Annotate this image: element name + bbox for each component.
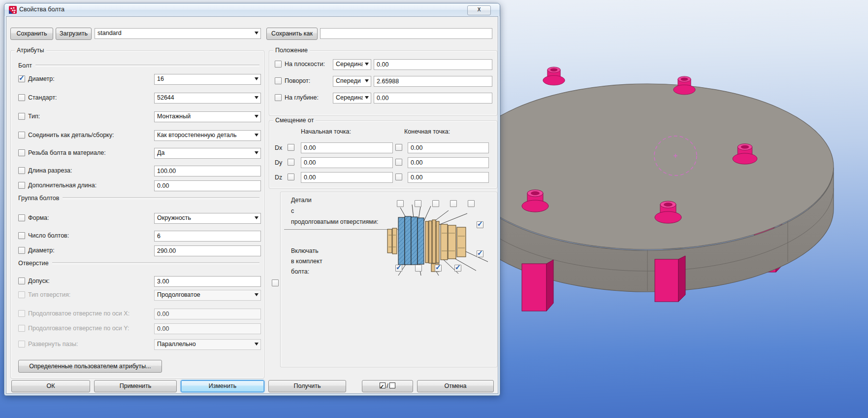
shape-checkbox[interactable]	[18, 214, 25, 221]
slotted-ply-3-checkbox[interactable]	[432, 200, 439, 207]
chevron-down-icon	[255, 115, 258, 118]
standard-checkbox[interactable]	[18, 94, 25, 101]
at-depth-select[interactable]: Середина	[333, 93, 371, 104]
rotate-slots-select[interactable]: Параллельно	[154, 339, 261, 350]
hole-type-checkbox[interactable]	[18, 291, 25, 298]
chevron-down-icon	[255, 134, 258, 137]
bolt-type-select[interactable]: Монтажный	[154, 111, 261, 122]
save-as-button[interactable]: Сохранить как	[266, 28, 318, 40]
assembly-left-checkbox[interactable]	[272, 279, 279, 286]
tolerance-checkbox[interactable]	[18, 278, 25, 284]
dy-start-checkbox[interactable]	[288, 159, 294, 166]
dy-end-input[interactable]	[408, 157, 489, 168]
diameter-checkbox[interactable]	[18, 75, 25, 82]
bolt-count-input[interactable]	[154, 231, 261, 242]
chevron-down-icon	[255, 77, 258, 80]
rotate-slots-checkbox[interactable]	[18, 341, 25, 348]
load-button[interactable]: Загрузить	[56, 28, 92, 40]
section-hole: Отверстие	[18, 260, 259, 267]
slot-x-input[interactable]	[154, 309, 261, 319]
slot-y-input[interactable]	[154, 323, 261, 334]
include-label-line1: Включать	[291, 247, 319, 254]
ok-button[interactable]: ОК	[11, 380, 90, 392]
shape-select[interactable]: Окружность	[154, 213, 261, 224]
get-button[interactable]: Получить	[268, 380, 346, 392]
cancel-button[interactable]: Отмена	[417, 380, 494, 392]
slotted-ply-4-checkbox[interactable]	[450, 200, 457, 207]
chevron-down-icon	[255, 293, 258, 296]
bolt-type-checkbox[interactable]	[18, 113, 25, 120]
rotate-slots-label: Развернуть пазы:	[28, 341, 78, 348]
bolt-count-checkbox[interactable]	[18, 232, 25, 239]
modify-button[interactable]: Изменить	[181, 380, 264, 392]
cut-length-checkbox[interactable]	[18, 167, 25, 174]
dx-start-input[interactable]	[301, 142, 393, 153]
bolt-type-label: Тип:	[28, 113, 40, 120]
thread-in-material-checkbox[interactable]	[18, 149, 25, 156]
slotted-parts-label-line3: продолговатыми отверстиями:	[291, 218, 378, 225]
toggle-all-checkboxes-button[interactable]: /	[362, 380, 413, 392]
standard-select[interactable]: 52644	[154, 93, 261, 104]
plate-leg-front-left[interactable]	[522, 260, 553, 311]
tolerance-input[interactable]	[154, 276, 261, 287]
slotted-parts-label-line2: с	[291, 208, 294, 214]
standard-label: Стандарт:	[28, 94, 57, 101]
slotted-ply-1-checkbox[interactable]	[397, 200, 404, 207]
tekla-app-icon	[9, 6, 17, 14]
slotted-parts-underline	[284, 229, 400, 230]
connect-as-checkbox[interactable]	[18, 132, 25, 139]
at-depth-checkbox[interactable]	[275, 94, 282, 101]
close-button[interactable]: X	[467, 5, 491, 15]
group-diameter-input[interactable]	[154, 245, 261, 256]
apply-button[interactable]: Применить	[94, 380, 177, 392]
tolerance-label: Допуск:	[28, 278, 50, 284]
on-plane-select[interactable]: Середина	[333, 59, 371, 70]
bolt-1[interactable]	[543, 67, 565, 85]
rotation-select[interactable]: Спереди	[333, 76, 371, 87]
user-attributes-button[interactable]: Определенные пользователем атрибуты...	[18, 360, 162, 373]
dz-start-input[interactable]	[301, 172, 393, 183]
include-nut-far-checkbox[interactable]	[477, 250, 483, 257]
dx-start-checkbox[interactable]	[288, 144, 294, 151]
profile-select[interactable]: standard	[95, 28, 261, 39]
group-diameter-checkbox[interactable]	[18, 247, 25, 254]
include-washer-3-checkbox[interactable]	[435, 265, 442, 272]
save-as-input[interactable]	[320, 28, 492, 39]
include-label-line2: в комплект	[291, 258, 322, 265]
chevron-down-icon	[255, 216, 258, 219]
dy-start-input[interactable]	[301, 157, 393, 168]
include-washer-1-checkbox[interactable]	[395, 265, 402, 272]
cut-length-label: Длина разреза:	[28, 167, 72, 174]
dz-end-input[interactable]	[408, 172, 489, 183]
include-washer-2-checkbox[interactable]	[415, 265, 422, 272]
plate-top-face[interactable]	[461, 84, 834, 249]
diameter-select[interactable]: 16	[154, 74, 261, 85]
rotation-input[interactable]	[374, 76, 492, 87]
extra-length-input[interactable]	[154, 180, 261, 191]
slot-y-checkbox[interactable]	[18, 325, 25, 332]
thread-in-material-select[interactable]: Да	[154, 148, 261, 159]
diameter-label: Диаметр:	[28, 75, 55, 82]
dz-start-checkbox[interactable]	[288, 174, 294, 180]
dy-end-checkbox[interactable]	[395, 159, 402, 166]
slotted-ply-5-checkbox[interactable]	[468, 200, 475, 207]
on-plane-input[interactable]	[374, 59, 492, 70]
extra-length-checkbox[interactable]	[18, 182, 25, 189]
chevron-down-icon	[255, 151, 258, 154]
save-button[interactable]: Сохранить	[10, 28, 53, 40]
rotation-checkbox[interactable]	[275, 77, 282, 84]
include-nut-checkbox[interactable]	[454, 265, 461, 272]
at-depth-input[interactable]	[374, 93, 492, 104]
dialog-titlebar[interactable]: Свойства болта X	[4, 3, 500, 16]
dx-end-input[interactable]	[408, 142, 489, 153]
dz-end-checkbox[interactable]	[395, 174, 402, 180]
on-plane-checkbox[interactable]	[275, 61, 282, 68]
cut-length-input[interactable]	[154, 166, 261, 176]
dx-end-checkbox[interactable]	[395, 144, 402, 151]
slotted-ply-2-checkbox[interactable]	[415, 200, 421, 207]
hole-type-select[interactable]: Продолговатое	[154, 290, 261, 301]
connect-as-select[interactable]: Как второстепенную деталь	[154, 130, 261, 141]
slot-x-checkbox[interactable]	[18, 310, 25, 317]
include-washer-far-checkbox[interactable]	[477, 221, 483, 228]
plate-leg-front-right[interactable]	[655, 256, 685, 302]
